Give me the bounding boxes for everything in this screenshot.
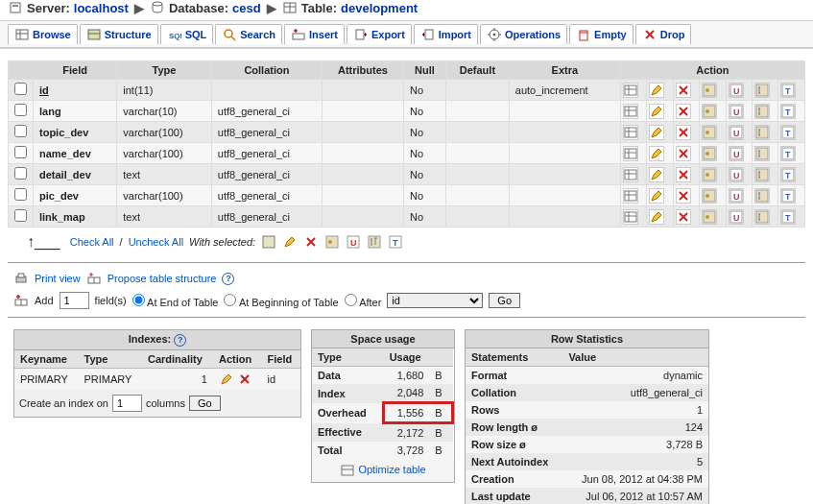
row-checkbox[interactable]	[14, 188, 27, 201]
primary-icon[interactable]	[702, 83, 717, 98]
drop-icon[interactable]	[237, 372, 252, 387]
print-view-link[interactable]: Print view	[35, 273, 81, 284]
server-link[interactable]: localhost	[74, 1, 129, 15]
row-checkbox[interactable]	[14, 104, 27, 116]
fulltext-icon[interactable]: T	[780, 83, 796, 98]
browse-selected-icon[interactable]	[261, 234, 276, 250]
row-checkbox[interactable]	[14, 83, 27, 95]
edit-icon[interactable]	[649, 167, 664, 182]
primary-icon[interactable]	[702, 167, 717, 182]
browse-icon[interactable]	[623, 167, 638, 182]
tab-sql[interactable]: SQLSQL	[160, 24, 214, 44]
fulltext-icon[interactable]: T	[780, 209, 796, 225]
propose-structure-link[interactable]: Propose table structure	[108, 273, 217, 284]
unique-icon[interactable]: U	[729, 146, 744, 161]
index-icon[interactable]	[754, 209, 770, 225]
fulltext-icon[interactable]: T	[780, 104, 796, 119]
unique-icon[interactable]: U	[729, 188, 744, 204]
row-checkbox[interactable]	[14, 167, 27, 180]
index-icon[interactable]	[754, 125, 770, 140]
browse-icon[interactable]	[623, 209, 638, 225]
edit-icon[interactable]	[649, 209, 664, 225]
print-icon[interactable]	[13, 271, 29, 286]
index-header: Keyname	[14, 350, 79, 369]
drop-icon[interactable]	[676, 104, 691, 119]
tab-insert[interactable]: Insert	[284, 24, 345, 44]
browse-icon[interactable]	[623, 188, 638, 204]
unique-icon[interactable]: U	[729, 104, 744, 119]
fulltext-icon[interactable]: T	[780, 146, 796, 161]
index-go-button[interactable]: Go	[189, 396, 221, 411]
help-icon[interactable]: ?	[174, 334, 186, 347]
edit-icon[interactable]	[649, 188, 664, 204]
unique-icon[interactable]: U	[729, 167, 744, 182]
fulltext-icon[interactable]: T	[780, 188, 796, 204]
drop-icon[interactable]	[676, 146, 691, 161]
browse-icon[interactable]	[623, 104, 638, 119]
drop-icon[interactable]	[676, 209, 691, 225]
tab-search[interactable]: Search	[215, 24, 282, 44]
at-end-radio[interactable]: At End of Table	[132, 294, 219, 308]
drop-icon[interactable]	[676, 83, 691, 98]
optimize-table-link[interactable]: Optimize table	[358, 464, 425, 475]
index-icon[interactable]	[754, 83, 770, 98]
primary-icon[interactable]	[702, 209, 717, 225]
col-header: Extra	[509, 61, 620, 80]
add-count-input[interactable]	[60, 292, 89, 309]
propose-icon[interactable]	[86, 271, 102, 286]
after-field-select[interactable]: id	[387, 293, 483, 308]
at-begin-radio[interactable]: At Beginning of Table	[224, 294, 338, 308]
index-icon[interactable]	[754, 188, 770, 204]
browse-icon[interactable]	[623, 146, 638, 161]
uncheck-all-link[interactable]: Uncheck All	[129, 236, 183, 248]
drop-icon[interactable]	[676, 188, 691, 204]
browse-icon[interactable]	[623, 125, 638, 140]
table-link[interactable]: development	[341, 1, 418, 15]
fulltext-selected-icon[interactable]: T	[388, 234, 403, 250]
edit-icon[interactable]	[649, 104, 664, 119]
row-checkbox[interactable]	[14, 146, 27, 158]
after-radio[interactable]: After	[345, 294, 382, 308]
optimize-icon[interactable]	[340, 463, 355, 478]
type-cell: int(11)	[117, 80, 211, 101]
primary-selected-icon[interactable]	[324, 234, 340, 250]
fulltext-icon[interactable]: T	[780, 167, 796, 182]
drop-icon[interactable]	[676, 167, 691, 182]
fulltext-icon[interactable]: T	[780, 125, 796, 140]
row-checkbox[interactable]	[14, 209, 27, 222]
browse-icon[interactable]	[623, 83, 638, 98]
primary-icon[interactable]	[702, 104, 717, 119]
add-go-button[interactable]: Go	[489, 293, 520, 308]
unique-selected-icon[interactable]: U	[346, 234, 361, 250]
drop-selected-icon[interactable]	[303, 234, 319, 250]
unique-icon[interactable]: U	[729, 209, 744, 225]
index-icon[interactable]	[754, 167, 770, 182]
tab-empty[interactable]: Empty	[569, 24, 634, 44]
edit-selected-icon[interactable]	[282, 234, 298, 250]
svg-point-65	[705, 152, 709, 156]
primary-icon[interactable]	[702, 146, 717, 161]
row-checkbox[interactable]	[14, 125, 27, 137]
index-icon[interactable]	[754, 146, 770, 161]
primary-icon[interactable]	[702, 125, 717, 140]
tab-import[interactable]: Import	[414, 24, 478, 44]
edit-icon[interactable]	[649, 125, 664, 140]
tab-export[interactable]: Export	[347, 24, 412, 44]
unique-icon[interactable]: U	[729, 83, 744, 98]
primary-icon[interactable]	[702, 188, 717, 204]
check-all-link[interactable]: Check All	[70, 236, 114, 248]
unique-icon[interactable]: U	[729, 125, 744, 140]
index-icon[interactable]	[754, 104, 770, 119]
tab-drop[interactable]: Drop	[635, 24, 692, 44]
tab-browse[interactable]: Browse	[8, 24, 78, 44]
tab-structure[interactable]: Structure	[80, 24, 158, 44]
help-icon[interactable]: ?	[222, 273, 234, 285]
edit-icon[interactable]	[649, 146, 664, 161]
edit-icon[interactable]	[219, 372, 234, 387]
drop-icon[interactable]	[676, 125, 691, 140]
tab-operations[interactable]: Operations	[480, 24, 567, 44]
db-link[interactable]: cesd	[232, 1, 261, 15]
index-selected-icon[interactable]	[367, 234, 382, 250]
edit-icon[interactable]	[649, 83, 664, 98]
index-cols-input[interactable]	[112, 395, 142, 412]
